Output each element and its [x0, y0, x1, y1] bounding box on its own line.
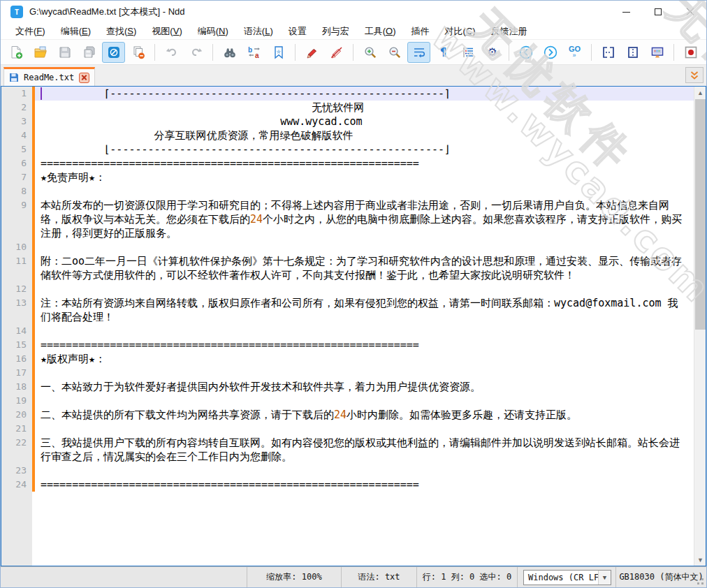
editor-line[interactable]: 9本站所发布的一切资源仅限用于学习和研究目的；不得将上述内容用于商业或者非法用途…	[1, 198, 694, 240]
menu-item[interactable]: 列与宏	[314, 24, 357, 39]
highlight-marker-button[interactable]	[300, 42, 323, 63]
open-file-button[interactable]	[29, 42, 52, 63]
transparency-toggle-button[interactable]	[102, 42, 125, 63]
window-title: G:\wycad\ReadMe.txt [文本模式] - Ndd	[29, 6, 185, 18]
line-ending-value: Windows (CR LF)	[528, 573, 604, 582]
word-wrap-button[interactable]	[407, 42, 430, 63]
new-file-button[interactable]	[4, 42, 27, 63]
editor-line[interactable]: 14	[1, 324, 694, 338]
redo-button[interactable]	[184, 42, 207, 63]
menu-item[interactable]: 工具(O)	[357, 24, 404, 39]
editor-line[interactable]: 2 无忧软件网	[1, 101, 694, 115]
line-text: ★版权声明★：	[35, 352, 694, 366]
goto-line-button[interactable]: GO»	[563, 42, 586, 63]
editor-line[interactable]: 24======================================…	[1, 478, 694, 492]
undo-button[interactable]	[160, 42, 183, 63]
editor-line[interactable]: 19	[1, 394, 694, 408]
pilcrow-icon: ¶	[440, 46, 447, 59]
menu-item[interactable]: 语法(L)	[236, 24, 281, 39]
record-macro-button[interactable]	[679, 42, 702, 63]
editor-line[interactable]: 12	[1, 282, 694, 296]
zoom-in-button[interactable]	[358, 42, 381, 63]
editor-line[interactable]: 20二、本站提供的所有下载文件均为网络共享资源，请于下载后的24小时内删除。如需…	[1, 408, 694, 422]
replace-button[interactable]: ba	[242, 42, 265, 63]
zoom-out-button[interactable]	[383, 42, 406, 63]
split-document-button[interactable]	[621, 42, 644, 63]
editor-line[interactable]: 22三、我站提供用户下载的所有内容均转自互联网。如有内容侵犯您的版权或其他利益的…	[1, 436, 694, 464]
resize-grip[interactable]	[701, 582, 704, 585]
editor-line[interactable]: 4 分享互联网优质资源，常用绿色破解版软件	[1, 128, 694, 142]
redo-icon	[189, 45, 203, 59]
editor-line[interactable]: 13注：本站所有资源均来自网络转载，版权归原作者和公司所有，如果有侵犯到您的权益…	[1, 296, 694, 324]
line-text: ⌊---------------------------------------…	[35, 142, 694, 156]
maximize-button[interactable]	[642, 1, 674, 23]
editor-line[interactable]: 21	[1, 422, 694, 436]
save-all-button[interactable]	[78, 42, 101, 63]
editor-lines: 1 ⌈-------------------------------------…	[1, 87, 694, 492]
editor-line[interactable]: 10	[1, 240, 694, 254]
tab-readme[interactable]: ReadMe.txt	[3, 67, 95, 86]
open-folder-icon	[34, 45, 48, 59]
tab-close-button[interactable]	[79, 73, 89, 83]
find-button[interactable]	[218, 42, 241, 63]
scroll-up-arrow[interactable]: ▲	[694, 87, 706, 98]
split-view-button[interactable]	[597, 42, 620, 63]
text-caret	[41, 87, 42, 100]
editor-line[interactable]: 23	[1, 464, 694, 478]
more-toolbar-button[interactable]: »	[703, 42, 707, 63]
line-number: 17	[1, 366, 32, 380]
navigate-back-button[interactable]	[514, 42, 537, 63]
line-text: 三、我站提供用户下载的所有内容均转自互联网。如有内容侵犯您的版权或其他利益的，请…	[35, 436, 694, 464]
bookmark-button[interactable]	[267, 42, 290, 63]
menu-item[interactable]: 反馈注册	[483, 24, 535, 39]
close-icon	[686, 8, 694, 16]
editor-line[interactable]: 17	[1, 366, 694, 380]
tab-list-button[interactable]	[685, 67, 704, 83]
menu-item[interactable]: 文件(F)	[8, 24, 53, 39]
close-documents-button[interactable]	[126, 42, 150, 63]
toolbar-separator	[591, 44, 592, 61]
menu-item[interactable]: 编辑(E)	[53, 24, 99, 39]
show-paragraph-button[interactable]: ¶	[432, 42, 455, 63]
menu-item[interactable]: 插件	[404, 24, 437, 39]
close-button[interactable]	[674, 1, 706, 23]
line-number: 2	[1, 101, 32, 115]
new-file-icon	[9, 45, 23, 59]
bookmark-icon	[272, 45, 286, 59]
editor-line[interactable]: 6=======================================…	[1, 156, 694, 170]
editor-line[interactable]: 8	[1, 184, 694, 198]
indent-guides-button[interactable]	[456, 42, 479, 63]
navigate-forward-button[interactable]	[539, 42, 562, 63]
menu-item[interactable]: 视图(V)	[144, 24, 189, 39]
line-ending-select[interactable]: Windows (CR LF) ▼	[523, 570, 611, 585]
undo-icon	[165, 45, 179, 59]
editor-line[interactable]: 16★版权声明★：	[1, 352, 694, 366]
clear-highlight-button[interactable]	[325, 42, 348, 63]
menu-item[interactable]: 对比(C)	[437, 24, 483, 39]
editor-line[interactable]: 3 www.wycad.com	[1, 115, 694, 128]
editor-area[interactable]: 1 ⌈-------------------------------------…	[1, 86, 706, 566]
vertical-scrollbar[interactable]: ▲ ▼	[694, 87, 706, 566]
indent-guides-icon	[461, 45, 475, 59]
minimize-button[interactable]	[610, 1, 642, 23]
editor-line[interactable]: 18一、本站致力于为软件爱好者提供国内外软件开发技术和软件共享，着力为用户提供优…	[1, 380, 694, 394]
editor-line[interactable]: 11附：二oo二年一月一日《计算机软件保护条例》第十七条规定：为了学习和研究软件…	[1, 254, 694, 282]
presentation-button[interactable]	[646, 42, 669, 63]
menu-item[interactable]: 查找(S)	[99, 24, 144, 39]
save-button[interactable]	[53, 42, 76, 63]
menu-item[interactable]: 设置	[281, 24, 314, 39]
line-text: 无忧软件网	[35, 101, 694, 115]
line-text	[35, 366, 694, 380]
scroll-down-arrow[interactable]: ▼	[694, 554, 706, 566]
monitor-icon	[650, 45, 664, 59]
editor-line[interactable]: 15======================================…	[1, 338, 694, 352]
editor-line[interactable]: 5 ⌊-------------------------------------…	[1, 142, 694, 156]
line-number: 1	[1, 87, 32, 101]
editor-line[interactable]: 1 ⌈-------------------------------------…	[1, 87, 694, 101]
line-number: 20	[1, 408, 32, 422]
line-text	[35, 422, 694, 436]
scrollbar-thumb[interactable]	[695, 99, 706, 330]
editor-line[interactable]: 7★免责声明★：	[1, 170, 694, 184]
menu-item[interactable]: 编码(N)	[190, 24, 236, 39]
settings-button[interactable]: ⚙	[481, 42, 504, 63]
